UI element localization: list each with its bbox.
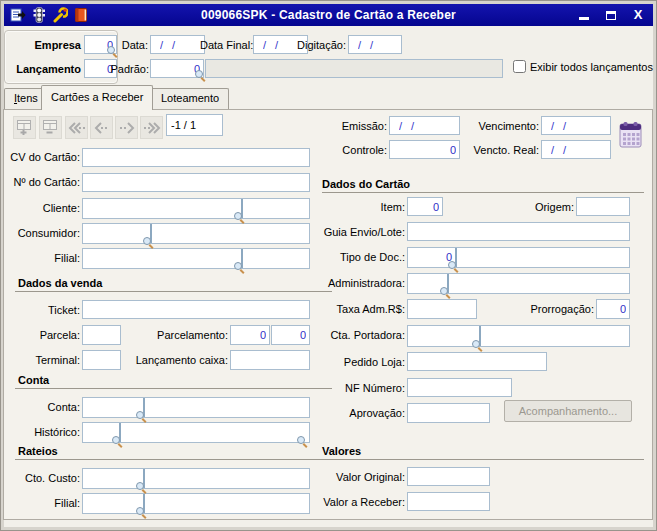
valor-original-input[interactable] (407, 467, 490, 486)
item-input[interactable] (407, 197, 443, 216)
titlebar[interactable]: 009066SPK - Cadastro de Cartão a Receber… (4, 4, 653, 26)
taxa-adm-input[interactable] (407, 299, 477, 319)
exibir-todos-label: Exibir todos lançamentos (530, 61, 653, 74)
cv-cartao-label: CV do Cartão: (0, 151, 80, 164)
book-icon[interactable] (72, 7, 89, 24)
section-divider (15, 459, 332, 460)
previous-record-icon (93, 120, 111, 136)
conta-label: Conta: (0, 401, 80, 414)
parcela-label: Parcela: (0, 329, 80, 342)
record-counter-input[interactable] (166, 114, 223, 136)
ticket-input[interactable] (82, 300, 310, 319)
section-divider (15, 291, 332, 292)
first-record-button[interactable] (65, 116, 88, 139)
rateios-section-title: Rateios (18, 445, 58, 457)
cta-portadora-input[interactable] (407, 325, 630, 347)
previous-record-button[interactable] (90, 116, 113, 139)
numero-cartao-input[interactable] (82, 173, 310, 192)
cv-cartao-input[interactable] (82, 148, 310, 167)
acompanhamento-button[interactable]: Acompanhamento... (504, 400, 632, 422)
tab-loteamento[interactable]: Loteamento (151, 88, 229, 109)
next-record-icon (118, 120, 136, 136)
administradora-input[interactable] (407, 273, 630, 294)
last-record-icon (143, 120, 161, 136)
exibir-todos-checkbox[interactable] (513, 60, 526, 73)
ticket-label: Ticket: (0, 304, 80, 317)
guia-envio-lote-input[interactable] (407, 222, 630, 241)
calendar-icon[interactable] (619, 121, 642, 153)
traffic-light-icon[interactable] (30, 7, 47, 24)
tipo-doc-lookup-magnifier-icon[interactable] (448, 261, 459, 272)
prorrogacao-input[interactable] (596, 299, 630, 319)
aprovacao-input[interactable] (407, 403, 490, 423)
delete-record-button[interactable] (39, 116, 62, 139)
first-record-icon (68, 120, 86, 136)
administradora-label: Administradora: (300, 277, 405, 290)
administradora-lookup-magnifier-icon[interactable] (440, 287, 451, 298)
aprovacao-label: Aprovação: (300, 407, 405, 420)
last-record-button[interactable] (140, 116, 163, 139)
cto-custo-input[interactable] (82, 468, 310, 489)
window-title: 009066SPK - Cadastro de Cartão a Receber (4, 8, 653, 22)
tab-itens-label: tens (17, 92, 38, 104)
lancamento-caixa-input[interactable] (230, 350, 310, 370)
conta-input[interactable] (82, 397, 310, 418)
rateios-filial-label: Filial: (0, 497, 80, 510)
pedido-loja-input[interactable] (407, 352, 547, 371)
vencto-real-input[interactable] (541, 140, 611, 159)
historico-label: Histórico: (0, 426, 80, 439)
historico-input[interactable] (82, 422, 310, 443)
tab-cartoes-a-receber[interactable]: Cartões a Receber (41, 85, 153, 110)
pedido-loja-label: Pedido Loja: (300, 356, 405, 369)
consumidor-input[interactable] (82, 223, 310, 244)
tipo-doc-input[interactable]: 0 (407, 247, 630, 268)
maximize-icon[interactable] (604, 8, 618, 22)
delete-record-icon (42, 119, 59, 136)
valor-receber-input[interactable] (407, 492, 490, 511)
filial-input[interactable] (82, 248, 310, 269)
rateios-filial-input[interactable] (82, 493, 310, 514)
minimize-icon[interactable] (577, 8, 591, 22)
wrench-icon[interactable] (51, 7, 68, 24)
parcelamento-input-1[interactable] (230, 325, 270, 345)
cto-custo-label: Cto. Custo: (0, 472, 80, 485)
data-final-label: Data Final: (200, 39, 251, 52)
tab-cartoes-label: Cartões a Receber (51, 91, 143, 103)
cta-portadora-label: Cta. Portadora: (300, 329, 405, 342)
close-icon[interactable]: X (631, 8, 645, 22)
data-label: Data: (118, 39, 148, 52)
emissao-input[interactable] (389, 116, 460, 135)
dados-cartao-section-title: Dados do Cartão (322, 178, 410, 190)
add-record-icon (16, 119, 33, 136)
cta-portadora-lookup-magnifier-icon[interactable] (472, 340, 483, 351)
add-record-button[interactable] (13, 116, 36, 139)
app-window: 009066SPK - Cadastro de Cartão a Receber… (0, 0, 657, 531)
filial-lookup-magnifier-icon[interactable] (234, 262, 245, 273)
parcela-input[interactable] (82, 325, 121, 345)
next-record-button[interactable] (115, 116, 138, 139)
form-exit-icon[interactable] (9, 7, 26, 24)
origem-input[interactable] (576, 197, 630, 216)
historico-lookup-magnifier-icon[interactable] (112, 436, 123, 447)
empresa-label: Empresa (8, 39, 81, 52)
padrao-lookup-magnifier-icon[interactable] (195, 70, 206, 81)
cliente-lookup-magnifier-icon[interactable] (234, 212, 245, 223)
valores-section-title: Valores (322, 445, 361, 457)
vencimento-input[interactable] (541, 116, 611, 135)
tab-loteamento-label: Loteamento (161, 92, 219, 104)
controle-input[interactable] (389, 140, 460, 159)
cto-custo-lookup-magnifier-icon[interactable] (136, 482, 147, 493)
rateios-filial-lookup-magnifier-icon[interactable] (136, 507, 147, 518)
data-input[interactable] (150, 35, 205, 54)
historico-lookup2-magnifier-icon[interactable] (297, 436, 308, 447)
vencimento-label: Vencimento: (470, 120, 539, 133)
cliente-input[interactable] (82, 198, 310, 219)
vencto-real-label: Vencto. Real: (463, 144, 539, 157)
consumidor-lookup-magnifier-icon[interactable] (143, 237, 154, 248)
digitacao-input[interactable] (348, 35, 402, 54)
valor-original-label: Valor Original: (300, 471, 405, 484)
nf-numero-input[interactable] (407, 378, 512, 397)
empresa-lookup-magnifier-icon[interactable] (107, 46, 118, 57)
consumidor-label: Consumidor: (0, 227, 80, 240)
conta-lookup-magnifier-icon[interactable] (136, 411, 147, 422)
